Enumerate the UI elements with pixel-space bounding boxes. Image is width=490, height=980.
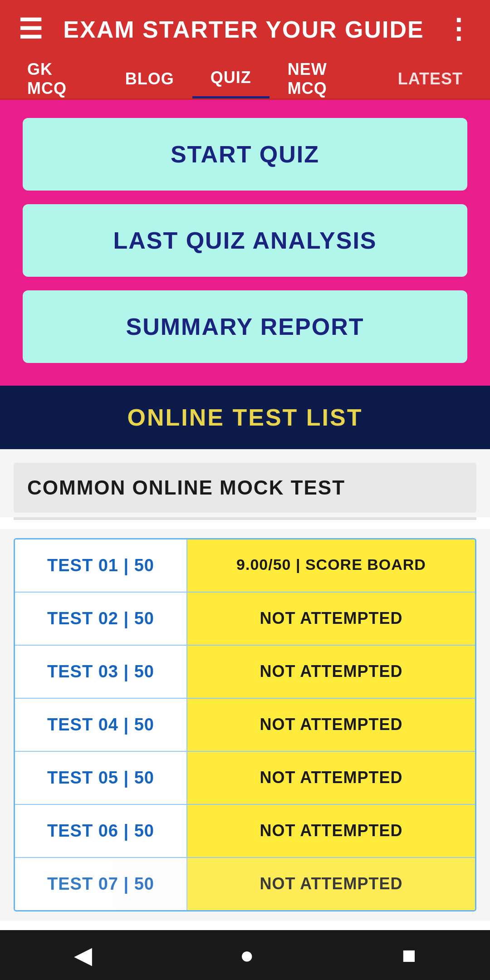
tab-quiz[interactable]: QUIZ: [192, 59, 270, 98]
menu-icon[interactable]: ☰: [18, 16, 43, 43]
table-row[interactable]: TEST 06 | 50 NOT ATTEMPTED: [15, 805, 475, 858]
test-label[interactable]: TEST 02 | 50: [15, 593, 187, 645]
recents-button[interactable]: ■: [375, 937, 443, 973]
test-label[interactable]: TEST 07 | 50: [15, 858, 187, 910]
home-button[interactable]: ●: [213, 937, 281, 973]
tab-gk-mcq[interactable]: GK MCQ: [9, 51, 107, 107]
test-status[interactable]: 9.00/50 | SCORE BOARD: [187, 539, 475, 592]
table-row[interactable]: TEST 03 | 50 NOT ATTEMPTED: [15, 646, 475, 699]
test-label[interactable]: TEST 05 | 50: [15, 752, 187, 804]
table-row[interactable]: TEST 01 | 50 9.00/50 | SCORE BOARD: [15, 539, 475, 593]
last-quiz-analysis-button[interactable]: LAST QUIZ ANALYSIS: [23, 204, 467, 277]
table-row[interactable]: TEST 04 | 50 NOT ATTEMPTED: [15, 699, 475, 752]
tab-new-mcq[interactable]: NEW MCQ: [270, 51, 380, 107]
start-quiz-button[interactable]: START QUIZ: [23, 118, 467, 191]
test-status[interactable]: NOT ATTEMPTED: [187, 858, 475, 910]
summary-report-button[interactable]: SUMMARY REPORT: [23, 290, 467, 363]
test-status[interactable]: NOT ATTEMPTED: [187, 646, 475, 698]
app-header: ☰ EXAM STARTER YOUR GUIDE ⋮: [0, 0, 490, 59]
online-test-list-header: ONLINE TEST LIST: [0, 386, 490, 449]
divider: [14, 517, 476, 520]
test-status[interactable]: NOT ATTEMPTED: [187, 752, 475, 804]
test-label[interactable]: TEST 06 | 50: [15, 805, 187, 857]
table-row[interactable]: TEST 07 | 50 NOT ATTEMPTED: [15, 858, 475, 910]
table-row[interactable]: TEST 05 | 50 NOT ATTEMPTED: [15, 752, 475, 805]
back-button[interactable]: ◀: [47, 937, 119, 973]
bottom-nav: ◀ ● ■: [0, 930, 490, 980]
test-label[interactable]: TEST 04 | 50: [15, 699, 187, 751]
tab-latest[interactable]: LATEST: [380, 60, 481, 98]
tab-blog[interactable]: BLOG: [107, 60, 192, 98]
test-status[interactable]: NOT ATTEMPTED: [187, 699, 475, 751]
action-area: START QUIZ LAST QUIZ ANALYSIS SUMMARY RE…: [0, 100, 490, 386]
test-table-container: TEST 01 | 50 9.00/50 | SCORE BOARD TEST …: [0, 529, 490, 921]
test-label[interactable]: TEST 01 | 50: [15, 539, 187, 592]
test-status[interactable]: NOT ATTEMPTED: [187, 593, 475, 645]
app-title: EXAM STARTER YOUR GUIDE: [63, 16, 424, 43]
mock-test-section-title: COMMON ONLINE MOCK TEST: [14, 463, 476, 513]
online-test-list-title: ONLINE TEST LIST: [127, 404, 363, 431]
mock-test-section: COMMON ONLINE MOCK TEST: [0, 449, 490, 517]
test-table: TEST 01 | 50 9.00/50 | SCORE BOARD TEST …: [14, 538, 476, 911]
more-icon[interactable]: ⋮: [445, 16, 472, 43]
table-row[interactable]: TEST 02 | 50 NOT ATTEMPTED: [15, 593, 475, 646]
nav-tabs: GK MCQ BLOG QUIZ NEW MCQ LATEST: [0, 59, 490, 100]
test-label[interactable]: TEST 03 | 50: [15, 646, 187, 698]
test-status[interactable]: NOT ATTEMPTED: [187, 805, 475, 857]
